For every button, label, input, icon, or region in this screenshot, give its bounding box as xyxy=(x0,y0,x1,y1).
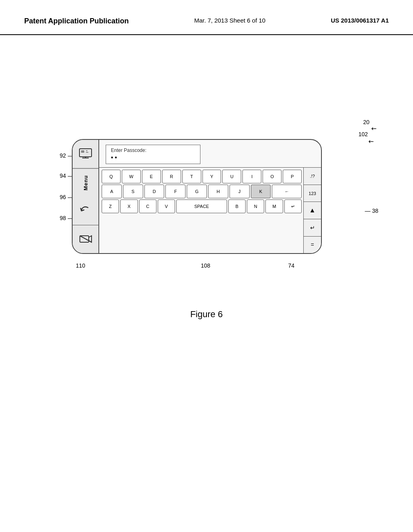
key-w[interactable]: W xyxy=(122,170,141,183)
passcode-label: Enter Passcode: xyxy=(111,148,195,153)
icon-terminal[interactable] xyxy=(73,140,98,168)
key-q[interactable]: Q xyxy=(102,170,121,183)
ref-94: 94 — xyxy=(60,172,73,179)
ref-102-arrow: ↙ xyxy=(367,137,376,146)
svg-rect-0 xyxy=(79,149,92,157)
key-u[interactable]: U xyxy=(222,170,241,183)
key-p[interactable]: P xyxy=(283,170,302,183)
key-e[interactable]: E xyxy=(142,170,161,183)
key-d[interactable]: D xyxy=(144,185,165,198)
publication-title: Patent Application Publication xyxy=(24,16,129,26)
key-space[interactable]: SPACE xyxy=(176,200,227,213)
main-device-content: Enter Passcode: •• Q W E R T xyxy=(99,140,321,253)
key-backspace[interactable]: ← xyxy=(272,185,302,198)
svg-rect-5 xyxy=(86,152,88,153)
ref-98: 98 — xyxy=(60,214,73,222)
special-keys-panel: .!? 123 ▲ ↵ = xyxy=(303,168,321,253)
key-t[interactable]: T xyxy=(182,170,201,183)
icon-undo[interactable] xyxy=(73,197,98,225)
svg-rect-4 xyxy=(86,150,88,151)
key-n[interactable]: N xyxy=(247,200,264,213)
key-y[interactable]: Y xyxy=(202,170,221,183)
key-j[interactable]: J xyxy=(229,185,250,198)
key-row-2: A S D F G H J K ← xyxy=(102,185,302,198)
keyboard-main: Q W E R T Y U I O P A xyxy=(99,168,303,253)
key-h[interactable]: H xyxy=(208,185,228,198)
key-equals[interactable]: = xyxy=(304,237,321,254)
key-o[interactable]: O xyxy=(263,170,282,183)
device-body: Menu xyxy=(72,139,322,254)
key-shift[interactable]: ▲ xyxy=(304,202,321,219)
device-container: Menu xyxy=(72,139,330,256)
figure-caption: Figure 6 xyxy=(0,309,413,320)
key-punct[interactable]: .!? xyxy=(304,168,321,185)
ref-20-arrow: ↙ xyxy=(369,124,379,133)
key-k[interactable]: K xyxy=(251,185,271,198)
left-icon-panel: Menu xyxy=(73,140,99,253)
page-header: Patent Application Publication Mar. 7, 2… xyxy=(0,0,413,35)
key-g[interactable]: G xyxy=(187,185,207,198)
key-b[interactable]: B xyxy=(228,200,246,213)
publication-date-sheet: Mar. 7, 2013 Sheet 6 of 10 xyxy=(194,16,265,24)
publication-number: US 2013/0061317 A1 xyxy=(331,16,389,24)
key-i[interactable]: I xyxy=(242,170,261,183)
ref-38: — 38 xyxy=(365,208,378,214)
key-enter-right[interactable]: ↵ xyxy=(304,219,321,237)
key-m[interactable]: M xyxy=(265,200,283,213)
keyboard-layout: Q W E R T Y U I O P A xyxy=(99,168,321,253)
key-a[interactable]: A xyxy=(102,185,122,198)
key-c[interactable]: C xyxy=(139,200,156,213)
ref-96: 96 — xyxy=(60,193,73,201)
ref-74: 74 xyxy=(288,262,294,269)
key-v[interactable]: V xyxy=(158,200,175,213)
key-r[interactable]: R xyxy=(162,170,181,183)
passcode-box: Enter Passcode: •• xyxy=(106,145,200,164)
key-f[interactable]: F xyxy=(165,185,186,198)
key-row-1: Q W E R T Y U I O P xyxy=(102,170,302,183)
svg-rect-3 xyxy=(81,150,84,153)
key-123[interactable]: 123 xyxy=(304,185,321,202)
key-x[interactable]: X xyxy=(120,200,138,213)
passcode-dots: •• xyxy=(111,154,195,161)
passcode-area: Enter Passcode: •• xyxy=(99,140,321,168)
key-enter[interactable]: ↵ xyxy=(284,200,302,213)
ref-110: 110 xyxy=(76,262,85,269)
ref-20: 20 xyxy=(363,119,369,125)
ref-92: 92 — xyxy=(60,152,73,159)
ref-108: 108 xyxy=(201,262,210,269)
key-z[interactable]: Z xyxy=(102,200,119,213)
key-s[interactable]: S xyxy=(123,185,143,198)
icon-menu[interactable]: Menu xyxy=(73,168,98,197)
main-content: 92 — 94 — 96 — 98 — 20 ↙ 102 ↙ — 38 xyxy=(0,35,413,519)
icon-camera-off[interactable] xyxy=(73,225,98,254)
ref-102: 102 xyxy=(359,131,368,137)
key-row-3: Z X C V SPACE B N M ↵ xyxy=(102,200,302,213)
